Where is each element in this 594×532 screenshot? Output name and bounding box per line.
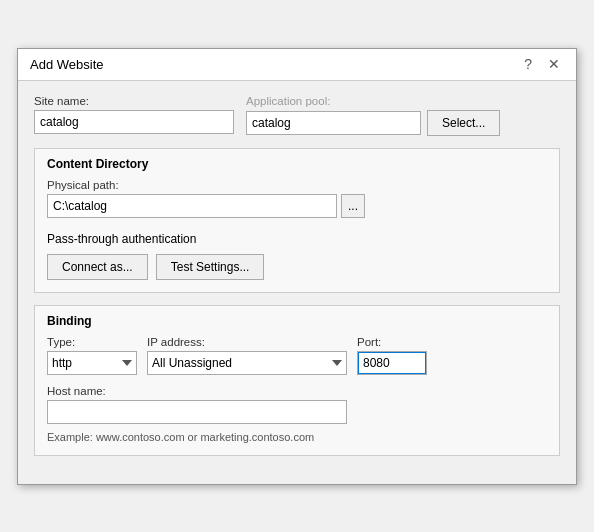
- dialog-body: Site name: Application pool: Select... C…: [18, 81, 576, 484]
- test-settings-button[interactable]: Test Settings...: [156, 254, 265, 280]
- site-name-label: Site name:: [34, 95, 234, 107]
- binding-main-row: Type: http https IP address: All Unassig…: [47, 336, 547, 375]
- example-text: Example: www.contoso.com or marketing.co…: [47, 431, 547, 443]
- site-apppool-row: Site name: Application pool: Select...: [34, 95, 560, 136]
- passthrough-label: Pass-through authentication: [47, 232, 547, 246]
- port-group: Port:: [357, 336, 427, 375]
- ip-address-group: IP address: All Unassigned: [147, 336, 347, 375]
- select-button[interactable]: Select...: [427, 110, 500, 136]
- site-name-input[interactable]: [34, 110, 234, 134]
- app-pool-group: Application pool: Select...: [246, 95, 500, 136]
- physical-path-group: Physical path: ...: [47, 179, 547, 226]
- port-input[interactable]: [357, 351, 427, 375]
- browse-button[interactable]: ...: [341, 194, 365, 218]
- title-bar-controls: ? ✕: [520, 57, 564, 71]
- content-directory-section: Content Directory Physical path: ... Pas…: [34, 148, 560, 293]
- app-pool-input[interactable]: [246, 111, 421, 135]
- type-label: Type:: [47, 336, 137, 348]
- host-name-group: Host name: Example: www.contoso.com or m…: [47, 385, 547, 443]
- type-group: Type: http https: [47, 336, 137, 375]
- physical-path-input[interactable]: [47, 194, 337, 218]
- site-name-group: Site name:: [34, 95, 234, 134]
- type-select[interactable]: http https: [47, 351, 137, 375]
- host-name-label: Host name:: [47, 385, 547, 397]
- add-website-dialog: Add Website ? ✕ Site name: Application p…: [17, 48, 577, 485]
- connect-as-button[interactable]: Connect as...: [47, 254, 148, 280]
- help-button[interactable]: ?: [520, 57, 536, 71]
- content-directory-title: Content Directory: [47, 157, 547, 171]
- path-row: ...: [47, 194, 547, 218]
- close-button[interactable]: ✕: [544, 57, 564, 71]
- app-pool-label: Application pool:: [246, 95, 500, 107]
- binding-title: Binding: [47, 314, 547, 328]
- auth-btn-row: Connect as... Test Settings...: [47, 254, 547, 280]
- port-label: Port:: [357, 336, 427, 348]
- binding-section: Binding Type: http https IP address: All…: [34, 305, 560, 456]
- dialog-title: Add Website: [30, 57, 103, 72]
- title-bar: Add Website ? ✕: [18, 49, 576, 81]
- physical-path-label: Physical path:: [47, 179, 547, 191]
- ip-address-label: IP address:: [147, 336, 347, 348]
- host-name-input[interactable]: [47, 400, 347, 424]
- ip-address-select[interactable]: All Unassigned: [147, 351, 347, 375]
